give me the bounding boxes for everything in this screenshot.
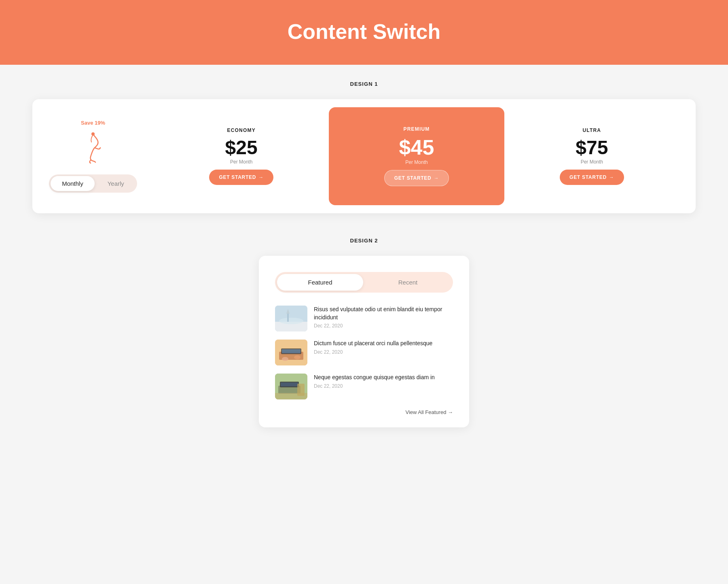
premium-get-started-button[interactable]: GET STARTED →: [384, 170, 449, 186]
billing-toggle[interactable]: Monthly Yearly: [49, 174, 137, 193]
svg-rect-17: [297, 384, 305, 396]
page-title: Content Switch: [0, 19, 728, 44]
article-date: Dec 22, 2020: [314, 323, 453, 329]
svg-rect-15: [281, 382, 298, 387]
article-thumbnail: [275, 374, 307, 399]
article-title: Neque egestas congue quisque egestas dia…: [314, 374, 435, 382]
article-thumbnail: [275, 306, 307, 331]
premium-plan: PREMIUM $45 Per Month GET STARTED →: [329, 107, 504, 205]
thumbnail-image: [275, 374, 307, 399]
thumbnail-image: [275, 340, 307, 365]
design1-label: DESIGN 1: [32, 81, 696, 87]
design2-label: DESIGN 2: [32, 238, 696, 244]
svg-rect-9: [282, 349, 301, 353]
economy-plan: ECONOMY $25 Per Month GET STARTED →: [154, 115, 329, 197]
svg-point-11: [294, 355, 301, 359]
pricing-plans: ECONOMY $25 Per Month GET STARTED → PREM…: [154, 115, 679, 197]
ultra-plan-period: Per Month: [581, 159, 603, 165]
article-title: Dictum fusce ut placerat orci nulla pell…: [314, 340, 432, 348]
economy-plan-name: ECONOMY: [227, 127, 255, 133]
arrow-icon: →: [258, 174, 264, 180]
premium-plan-name: PREMIUM: [403, 126, 430, 132]
list-item: Risus sed vulputate odio ut enim blandit…: [275, 306, 453, 331]
svg-point-3: [279, 318, 303, 324]
ultra-plan: ULTRA $75 Per Month GET STARTED →: [504, 115, 679, 197]
article-title: Risus sed vulputate odio ut enim blandit…: [314, 306, 453, 321]
economy-get-started-button[interactable]: GET STARTED →: [209, 170, 273, 185]
economy-plan-price: $25: [225, 138, 258, 157]
thumbnail-image: [275, 306, 307, 331]
design1-card: Save 19% Monthly Yearly ECONOMY $25 Per …: [32, 99, 696, 213]
recent-tab[interactable]: Recent: [365, 274, 451, 291]
svg-rect-4: [287, 314, 289, 322]
list-item: Neque egestas congue quisque egestas dia…: [275, 374, 453, 399]
toggle-section: Save 19% Monthly Yearly: [49, 120, 154, 193]
article-date: Dec 22, 2020: [314, 383, 435, 389]
monthly-toggle-btn[interactable]: Monthly: [51, 176, 95, 191]
yearly-toggle-btn[interactable]: Yearly: [96, 176, 135, 191]
ultra-plan-name: ULTRA: [582, 127, 601, 133]
design2-card: Featured Recent Risus sed vulputate odi: [259, 256, 469, 427]
article-thumbnail: [275, 340, 307, 365]
economy-plan-period: Per Month: [230, 159, 252, 165]
arrow-icon: →: [609, 174, 614, 180]
list-item: Dictum fusce ut placerat orci nulla pell…: [275, 340, 453, 365]
flamingo-icon: [77, 130, 109, 166]
premium-plan-period: Per Month: [405, 159, 427, 165]
featured-tab[interactable]: Featured: [277, 274, 363, 291]
ultra-get-started-button[interactable]: GET STARTED →: [560, 170, 624, 185]
article-content: Neque egestas congue quisque egestas dia…: [314, 374, 435, 389]
main-content: DESIGN 1 Save 19% Monthly Yearly ECONOMY: [0, 65, 728, 452]
article-content: Dictum fusce ut placerat orci nulla pell…: [314, 340, 432, 355]
premium-plan-price: $45: [399, 137, 434, 158]
content-tabs[interactable]: Featured Recent: [275, 272, 453, 293]
view-all-link[interactable]: View All Featured →: [405, 409, 453, 415]
view-all-section: View All Featured →: [275, 409, 453, 415]
ultra-plan-price: $75: [576, 138, 608, 157]
article-date: Dec 22, 2020: [314, 349, 432, 355]
article-content: Risus sed vulputate odio ut enim blandit…: [314, 306, 453, 329]
save-label: Save 19%: [81, 120, 105, 126]
article-list: Risus sed vulputate odio ut enim blandit…: [275, 306, 453, 399]
arrow-icon: →: [434, 175, 439, 181]
svg-point-10: [282, 357, 288, 361]
header: Content Switch: [0, 0, 728, 65]
